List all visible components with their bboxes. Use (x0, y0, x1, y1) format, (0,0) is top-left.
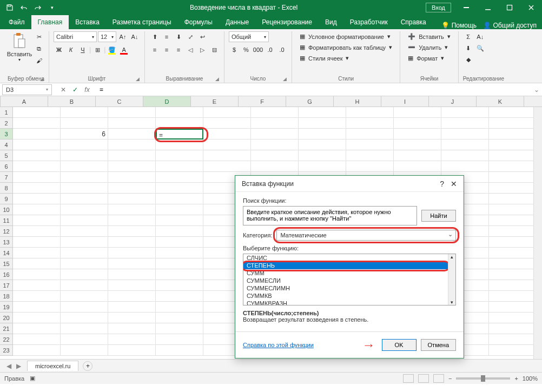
cell[interactable] (61, 269, 108, 280)
cell[interactable] (108, 258, 156, 269)
row-header[interactable]: 9 (0, 194, 13, 204)
add-sheet-button[interactable]: + (83, 361, 92, 371)
cell[interactable] (203, 161, 251, 172)
function-list-item[interactable]: СУММЕСЛИ (243, 277, 455, 284)
column-header[interactable]: J (429, 96, 477, 107)
cell[interactable] (13, 280, 61, 291)
cell[interactable] (489, 237, 537, 248)
cell[interactable] (156, 118, 203, 129)
cell[interactable] (394, 161, 441, 172)
cell[interactable] (61, 150, 108, 161)
cell[interactable] (13, 194, 61, 204)
row-header[interactable]: 18 (0, 291, 13, 302)
cell[interactable] (13, 118, 61, 129)
cell[interactable] (394, 118, 441, 129)
cell-styles-button[interactable]: ▦Стили ячеек ▾ (296, 53, 395, 63)
function-list-item[interactable]: СУММЕСЛИМН (243, 284, 455, 292)
tab-insert[interactable]: Вставка (69, 15, 106, 29)
cell[interactable] (251, 129, 299, 139)
column-header[interactable]: K (477, 96, 524, 107)
underline-button[interactable]: Ч (77, 44, 88, 55)
cell[interactable] (346, 150, 394, 161)
row-header[interactable]: 12 (0, 226, 13, 237)
orientation-icon[interactable]: ⤢ (185, 31, 196, 42)
column-header[interactable]: H (334, 96, 381, 107)
zoom-in-icon[interactable]: + (514, 375, 518, 382)
cell[interactable] (489, 334, 537, 345)
align-middle-icon[interactable]: ≡ (161, 31, 172, 42)
cell[interactable] (489, 150, 537, 161)
cell[interactable] (13, 183, 61, 194)
cell[interactable] (346, 118, 394, 129)
cell[interactable] (394, 150, 441, 161)
cell[interactable] (13, 172, 61, 183)
cell[interactable] (61, 161, 108, 172)
cell[interactable] (108, 139, 156, 150)
insert-cells-button[interactable]: ➕Вставить ▾ (405, 31, 454, 42)
column-header[interactable]: L (524, 96, 542, 107)
function-list-item[interactable]: СУММ (243, 269, 455, 277)
function-list-item[interactable]: СУММКВРАЗН (243, 300, 455, 305)
find-button[interactable]: Найти (421, 210, 456, 222)
cell[interactable] (441, 161, 489, 172)
view-normal-icon[interactable] (403, 374, 414, 383)
decrease-decimal-icon[interactable]: .0 (276, 44, 287, 55)
cell[interactable] (489, 107, 537, 118)
cell[interactable] (156, 302, 203, 313)
cell[interactable] (156, 183, 203, 194)
view-page-break-icon[interactable] (433, 374, 444, 383)
cell[interactable] (346, 129, 394, 139)
cell[interactable] (346, 161, 394, 172)
align-top-icon[interactable]: ⬆ (149, 31, 160, 42)
cell[interactable] (346, 139, 394, 150)
font-launcher[interactable]: ◢ (135, 76, 140, 82)
cell[interactable] (108, 194, 156, 204)
cell[interactable] (61, 204, 108, 215)
percent-icon[interactable]: % (241, 44, 252, 55)
font-name-combo[interactable]: Calibri ▾ (54, 31, 97, 42)
cell[interactable] (394, 107, 441, 118)
cell[interactable] (61, 118, 108, 129)
cell[interactable] (13, 204, 61, 215)
cell[interactable] (489, 161, 537, 172)
cell[interactable] (489, 323, 537, 334)
cell[interactable] (13, 139, 61, 150)
clear-icon[interactable]: ◆ (463, 54, 474, 65)
cell[interactable] (489, 183, 537, 194)
cell[interactable] (13, 323, 61, 334)
row-header[interactable]: 22 (0, 334, 13, 345)
cell[interactable] (61, 313, 108, 323)
cell[interactable] (251, 150, 299, 161)
view-page-layout-icon[interactable] (418, 374, 429, 383)
cell[interactable] (203, 150, 251, 161)
cell[interactable] (156, 248, 203, 258)
function-list-item[interactable]: СТЕПЕНЬ (243, 262, 455, 269)
cell[interactable] (346, 107, 394, 118)
function-help-link[interactable]: Справка по этой функции (243, 342, 314, 348)
close-icon[interactable] (520, 0, 542, 15)
cell[interactable] (489, 139, 537, 150)
cell[interactable] (13, 291, 61, 302)
comma-icon[interactable]: 000 (253, 44, 263, 55)
cell[interactable] (156, 194, 203, 204)
tab-file[interactable]: Файл (2, 15, 31, 29)
decrease-indent-icon[interactable]: ◁ (185, 44, 196, 55)
bold-button[interactable]: Ж (54, 44, 64, 55)
column-header[interactable]: C (96, 96, 143, 107)
cell[interactable] (489, 172, 537, 183)
cell[interactable] (489, 118, 537, 129)
cell[interactable]: = (156, 129, 203, 139)
name-box[interactable]: D3▾ (2, 84, 52, 95)
cell[interactable] (13, 258, 61, 269)
cell[interactable] (61, 226, 108, 237)
cell[interactable] (203, 118, 251, 129)
search-function-input[interactable]: Введите краткое описание действия, котор… (243, 206, 417, 225)
cell[interactable] (441, 150, 489, 161)
align-left-icon[interactable]: ≡ (149, 44, 160, 55)
cell[interactable] (299, 161, 346, 172)
row-header[interactable]: 19 (0, 302, 13, 313)
cell[interactable] (156, 204, 203, 215)
function-list-item[interactable]: СУММКВ (243, 292, 455, 300)
row-header[interactable]: 16 (0, 269, 13, 280)
row-header[interactable]: 10 (0, 204, 13, 215)
